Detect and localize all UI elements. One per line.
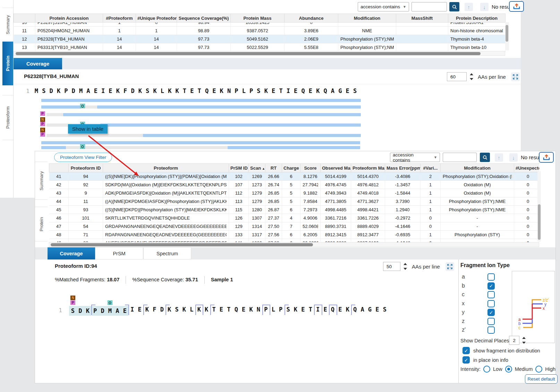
coverage-bar[interactable] bbox=[41, 146, 66, 149]
column-header[interactable]: #Proteoform bbox=[103, 14, 136, 23]
table-cell[interactable]: 1 bbox=[136, 27, 177, 35]
bottom-aas-stepper[interactable] bbox=[402, 262, 408, 271]
table-row[interactable]: 4871RDAPANGNANEENGEQEADNEVDEEEEEG(GEEEEE… bbox=[49, 231, 540, 239]
decimal-places-input[interactable]: 2 bbox=[509, 336, 519, 345]
table-cell[interactable]: Phosphorylation (STY);NME bbox=[441, 197, 514, 206]
table-cell[interactable]: Thymosin beta-10 bbox=[448, 43, 506, 52]
table-cell[interactable]: 115 bbox=[229, 206, 249, 214]
column-header[interactable]: Mass Error(ppm) bbox=[385, 164, 421, 172]
table-cell[interactable]: Non-histone chromosomal prot bbox=[448, 27, 506, 35]
table-row[interactable]: 4922ANEENGEQEADNEVDEEEEEGGEEEEEEEEGDGEEE… bbox=[49, 239, 540, 242]
ptm-marker-P[interactable]: P bbox=[40, 132, 45, 137]
table-cell[interactable]: 3361.7226 bbox=[351, 214, 385, 222]
table-cell[interactable]: 27.7942 bbox=[300, 181, 321, 189]
fragment-ion-marker[interactable] bbox=[210, 305, 214, 315]
table-cell[interactable]: NME bbox=[338, 27, 396, 35]
table-cell[interactable]: 0 bbox=[514, 214, 540, 222]
table-cell[interactable]: -1.5844 bbox=[385, 189, 421, 197]
table-cell[interactable]: GRDAPANGNANEENGEQEADNEVDEEEEEGGEEEEEEEEG… bbox=[103, 222, 229, 231]
sidebar-tab-protein[interactable]: Protein bbox=[2, 42, 13, 85]
coverage-bar[interactable] bbox=[63, 113, 361, 116]
table-cell[interactable]: 10 bbox=[14, 23, 35, 27]
table-cell[interactable]: 4 bbox=[282, 214, 300, 222]
pf-prev-result-button[interactable]: ↑ bbox=[495, 153, 503, 162]
table-cell[interactable]: 6 bbox=[282, 239, 300, 242]
fragment-ion-marker[interactable] bbox=[266, 305, 270, 315]
table-cell[interactable]: 1 bbox=[421, 231, 441, 239]
coverage-bar[interactable] bbox=[41, 105, 81, 109]
table-cell[interactable]: 102 bbox=[229, 172, 249, 181]
table-cell[interactable]: 27.37 bbox=[265, 214, 282, 222]
bottom-fullscreen-button[interactable] bbox=[446, 262, 454, 271]
column-header[interactable]: Sequence Coverage(%) bbox=[177, 14, 231, 23]
table-cell[interactable]: 1280 bbox=[249, 206, 265, 214]
ptm-marker-O[interactable]: O bbox=[80, 104, 85, 108]
table-cell[interactable]: 7 bbox=[282, 222, 300, 231]
table-cell[interactable]: 6 bbox=[282, 231, 300, 239]
protein-table-hscrollbar[interactable] bbox=[14, 51, 505, 56]
table-cell[interactable]: 0 bbox=[421, 222, 441, 231]
table-cell[interactable] bbox=[396, 43, 448, 52]
coverage-bar[interactable] bbox=[41, 99, 361, 102]
table-cell[interactable]: 5 bbox=[282, 189, 300, 197]
table-cell[interactable]: 45 bbox=[49, 206, 69, 214]
table-cell[interactable]: 0 bbox=[514, 222, 540, 231]
column-header[interactable]: Proteoform bbox=[103, 164, 229, 172]
table-cell[interactable]: 1279 bbox=[249, 197, 265, 206]
table-cell[interactable]: Phosphorylation (STY);NME;O... bbox=[338, 35, 396, 43]
table-cell[interactable]: 113 bbox=[229, 197, 249, 206]
table-cell[interactable]: 2 bbox=[421, 172, 441, 181]
table-cell[interactable]: 97.73 bbox=[177, 43, 231, 52]
table-cell[interactable]: 14 bbox=[136, 43, 177, 52]
table-cell[interactable]: 27.80 bbox=[265, 239, 282, 242]
table-cell[interactable]: 4749.4018 bbox=[351, 189, 385, 197]
table-cell[interactable]: 0 bbox=[136, 23, 177, 27]
table-cell[interactable]: Oxidation (M) bbox=[441, 189, 514, 197]
ptm-marker-N[interactable]: N bbox=[40, 128, 45, 132]
ptm-marker-O[interactable]: O bbox=[108, 300, 112, 305]
table-cell[interactable]: 1273 bbox=[249, 181, 265, 189]
table-cell[interactable]: Oxidation (M) bbox=[441, 181, 514, 189]
table-cell[interactable]: 13 bbox=[14, 43, 35, 52]
pf-filter-field-dropdown[interactable]: accession contains ▼ bbox=[390, 153, 440, 162]
column-header[interactable]: #Vari... bbox=[421, 164, 441, 172]
ion-type-checkbox-x[interactable]: ✓ bbox=[487, 300, 495, 307]
table-cell[interactable]: 27.50 bbox=[265, 222, 282, 231]
fragment-ion-marker[interactable] bbox=[199, 305, 203, 315]
table-cell[interactable]: 6.2005 bbox=[300, 231, 321, 239]
table-cell[interactable]: 0 bbox=[514, 189, 540, 197]
table-cell[interactable]: -3.4086 bbox=[385, 172, 421, 181]
column-header[interactable]: Score bbox=[300, 164, 321, 172]
table-cell[interactable]: 141 bbox=[229, 239, 249, 242]
column-header[interactable]: Abundance bbox=[285, 14, 338, 23]
pf-search-input[interactable] bbox=[443, 153, 477, 162]
table-cell[interactable]: 54 bbox=[69, 222, 103, 231]
table-cell[interactable]: 27.56 bbox=[265, 231, 282, 239]
table-row[interactable]: 439ADK(PDMGEIASFDK)[Oxidation (M)]AKLKKT… bbox=[49, 189, 540, 197]
show-in-table-tooltip[interactable]: Show in table bbox=[68, 124, 108, 134]
fragment-ion-marker[interactable] bbox=[285, 305, 289, 315]
table-cell[interactable]: 1317 bbox=[249, 231, 265, 239]
table-cell[interactable]: 129 bbox=[229, 222, 249, 231]
fragment-ion-marker[interactable] bbox=[262, 305, 266, 315]
coverage-bar[interactable] bbox=[46, 134, 143, 137]
pf-search-button[interactable] bbox=[480, 153, 490, 162]
table-cell[interactable]: 112 bbox=[229, 189, 249, 197]
table-cell[interactable]: 4976.4745 bbox=[321, 181, 351, 189]
filter-field-dropdown[interactable]: accession contains ▼ bbox=[358, 2, 409, 11]
table-cell[interactable]: 1.2940 bbox=[385, 206, 421, 214]
table-cell[interactable]: -1.3457 bbox=[385, 181, 421, 189]
table-cell[interactable]: 5 bbox=[282, 197, 300, 206]
fullscreen-button[interactable] bbox=[511, 73, 520, 81]
column-header[interactable]: Protein Description bbox=[448, 14, 506, 23]
table-cell[interactable]: 26.66 bbox=[265, 172, 282, 181]
table-cell[interactable]: 1 bbox=[421, 197, 441, 206]
table-cell[interactable]: Phosphorylation (STY);NME;O... bbox=[338, 43, 396, 52]
table-cell[interactable]: 1 bbox=[421, 181, 441, 189]
table-cell[interactable]: 0 bbox=[514, 181, 540, 189]
table-cell[interactable]: 4998.4485 bbox=[321, 206, 351, 214]
table-cell[interactable]: 97.73 bbox=[177, 35, 231, 43]
table-cell[interactable]: 41 bbox=[49, 172, 69, 181]
table-cell[interactable]: 0 bbox=[514, 206, 540, 214]
table-cell[interactable]: -4.1646 bbox=[385, 222, 421, 231]
